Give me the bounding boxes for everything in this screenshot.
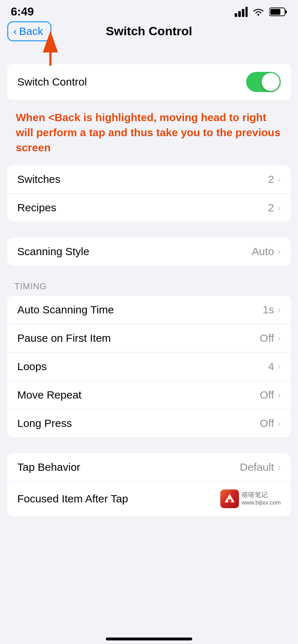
loops-current: 4 bbox=[268, 360, 274, 373]
toggle-knob bbox=[262, 73, 280, 91]
loops-label: Loops bbox=[17, 360, 47, 373]
tap-behavior-row[interactable]: Tap Behavior Default › bbox=[7, 453, 291, 482]
loops-value: 4 › bbox=[268, 360, 281, 373]
move-repeat-chevron-icon: › bbox=[277, 390, 281, 401]
arrow-annotation-svg bbox=[22, 39, 94, 68]
switches-label: Switches bbox=[17, 173, 60, 185]
switches-recipes-card: Switches 2 › Recipes 2 › bbox=[7, 165, 291, 222]
switches-value: 2 › bbox=[268, 173, 281, 185]
status-time: 6:49 bbox=[11, 5, 34, 18]
svg-rect-6 bbox=[285, 10, 287, 13]
timing-section-label: TIMING bbox=[0, 281, 298, 296]
auto-scanning-time-value: 1s › bbox=[263, 304, 281, 316]
bottom-spacer bbox=[0, 519, 298, 548]
recipes-count: 2 bbox=[268, 202, 274, 214]
status-icons bbox=[235, 7, 287, 17]
focused-item-label: Focused Item After Tap bbox=[17, 493, 128, 505]
auto-scanning-time-label: Auto Scanning Time bbox=[17, 304, 114, 316]
pause-on-first-item-label: Pause on First Item bbox=[17, 332, 111, 344]
scanning-style-label: Scanning Style bbox=[17, 245, 89, 258]
move-repeat-label: Move Repeat bbox=[17, 389, 81, 401]
scanning-style-chevron-icon: › bbox=[277, 246, 281, 257]
signal-icon bbox=[235, 7, 248, 17]
move-repeat-current: Off bbox=[260, 389, 274, 401]
tap-behavior-chevron-icon: › bbox=[277, 462, 281, 473]
switch-control-card: Switch Control bbox=[7, 64, 291, 100]
focused-item-row[interactable]: Focused Item After Tap 嗒嗒笔记 www.bijixx.c… bbox=[7, 482, 291, 516]
scanning-style-current: Auto bbox=[252, 245, 274, 258]
auto-scanning-time-current: 1s bbox=[263, 304, 274, 316]
svg-point-9 bbox=[228, 499, 231, 503]
back-label: Back bbox=[19, 25, 43, 37]
pause-on-first-item-row[interactable]: Pause on First Item Off › bbox=[7, 324, 291, 353]
switch-control-row[interactable]: Switch Control bbox=[7, 64, 291, 100]
switch-control-label: Switch Control bbox=[17, 76, 87, 88]
annotation-text: When <Back is highlighted, moving head t… bbox=[16, 110, 282, 155]
recipes-chevron-icon: › bbox=[277, 202, 281, 213]
svg-rect-3 bbox=[245, 7, 248, 17]
home-indicator bbox=[106, 638, 192, 640]
watermark-logo-icon bbox=[223, 492, 236, 505]
move-repeat-value: Off › bbox=[260, 389, 281, 401]
switch-control-toggle[interactable] bbox=[246, 72, 281, 92]
loops-chevron-icon: › bbox=[277, 361, 281, 372]
scanning-style-row[interactable]: Scanning Style Auto › bbox=[7, 238, 291, 266]
tap-behavior-value: Default › bbox=[240, 461, 281, 473]
recipes-value: 2 › bbox=[268, 202, 281, 214]
focused-item-value: 嗒嗒笔记 www.bijixx.com bbox=[220, 489, 281, 508]
battery-icon bbox=[269, 7, 287, 17]
timing-card: Auto Scanning Time 1s › Pause on First I… bbox=[7, 296, 291, 437]
spacer-2 bbox=[0, 268, 298, 281]
spacer-1 bbox=[0, 225, 298, 238]
move-repeat-row[interactable]: Move Repeat Off › bbox=[7, 381, 291, 409]
svg-rect-7 bbox=[270, 9, 280, 15]
switches-row[interactable]: Switches 2 › bbox=[7, 165, 291, 194]
status-bar: 6:49 bbox=[0, 0, 298, 21]
auto-scanning-time-row[interactable]: Auto Scanning Time 1s › bbox=[7, 296, 291, 324]
back-chevron-icon: ‹ bbox=[13, 25, 17, 37]
svg-rect-2 bbox=[242, 9, 244, 17]
long-press-value: Off › bbox=[260, 417, 281, 429]
wifi-icon bbox=[252, 7, 265, 17]
watermark-icon bbox=[220, 489, 239, 508]
svg-rect-1 bbox=[238, 11, 241, 17]
tap-behavior-current: Default bbox=[240, 461, 274, 473]
svg-rect-0 bbox=[235, 13, 237, 17]
scanning-style-value: Auto › bbox=[252, 245, 281, 258]
pause-on-first-item-chevron-icon: › bbox=[277, 333, 281, 344]
spacer-3 bbox=[0, 440, 298, 453]
recipes-label: Recipes bbox=[17, 202, 56, 214]
long-press-label: Long Press bbox=[17, 417, 72, 429]
bottom-settings-card: Tap Behavior Default › Focused Item Afte… bbox=[7, 453, 291, 516]
back-button[interactable]: ‹ Back bbox=[7, 21, 51, 41]
switches-chevron-icon: › bbox=[277, 174, 281, 185]
loops-row[interactable]: Loops 4 › bbox=[7, 353, 291, 381]
pause-on-first-item-current: Off bbox=[260, 332, 274, 344]
switches-count: 2 bbox=[268, 173, 274, 185]
watermark-text: 嗒嗒笔记 www.bijixx.com bbox=[242, 491, 281, 507]
nav-title: Switch Control bbox=[106, 24, 192, 38]
auto-scanning-time-chevron-icon: › bbox=[277, 304, 281, 316]
long-press-current: Off bbox=[260, 417, 274, 429]
long-press-chevron-icon: › bbox=[277, 418, 281, 429]
annotation-box: When <Back is highlighted, moving head t… bbox=[7, 104, 291, 162]
tap-behavior-label: Tap Behavior bbox=[17, 461, 80, 473]
svg-point-4 bbox=[258, 14, 259, 15]
long-press-row[interactable]: Long Press Off › bbox=[7, 409, 291, 437]
pause-on-first-item-value: Off › bbox=[260, 332, 281, 344]
scanning-style-card: Scanning Style Auto › bbox=[7, 238, 291, 266]
recipes-row[interactable]: Recipes 2 › bbox=[7, 194, 291, 222]
